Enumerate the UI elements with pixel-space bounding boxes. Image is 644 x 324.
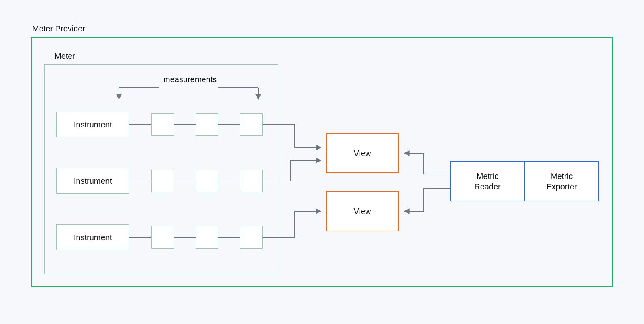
- measurement-box: [240, 113, 263, 136]
- measurement-box: [196, 226, 218, 249]
- view-box-1: View: [326, 133, 399, 173]
- instrument-box-1: Instrument: [56, 112, 129, 137]
- view-box-2: View: [326, 191, 399, 231]
- reader-exporter-box: MetricReader MetricExporter: [450, 161, 599, 201]
- measurement-box: [151, 170, 174, 192]
- diagram-canvas: Meter Provider Meter measurements Instru…: [0, 0, 644, 324]
- measurement-box: [196, 170, 218, 192]
- measurement-box: [151, 113, 174, 136]
- measurement-box: [240, 170, 263, 192]
- instrument-box-2: Instrument: [56, 168, 129, 194]
- meter-provider-label: Meter Provider: [32, 24, 85, 33]
- measurement-box: [240, 226, 263, 249]
- instrument-box-3: Instrument: [56, 224, 129, 250]
- measurement-box: [196, 113, 218, 136]
- measurement-box: [151, 226, 174, 249]
- metric-exporter-label: MetricExporter: [525, 162, 598, 201]
- metric-reader-label: MetricReader: [451, 162, 524, 201]
